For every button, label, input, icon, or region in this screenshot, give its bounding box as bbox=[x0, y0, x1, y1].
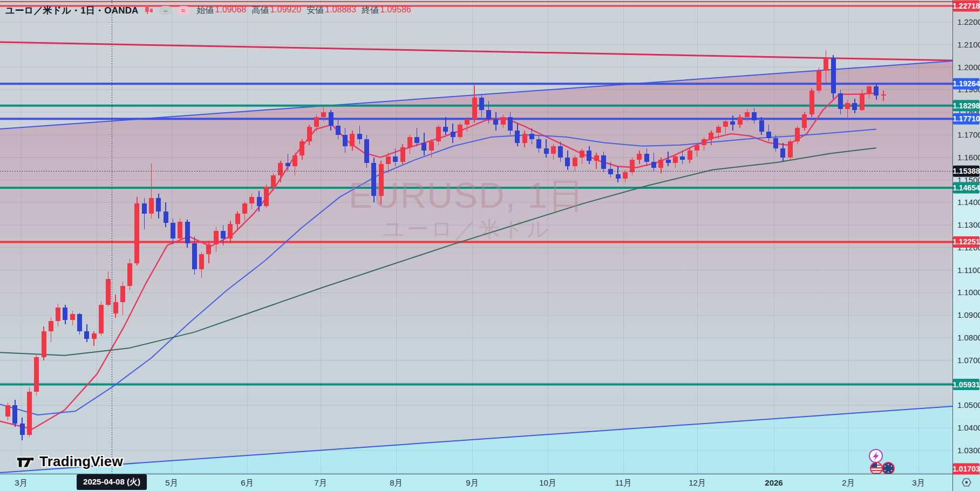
month-tick-label: 6月 bbox=[241, 478, 253, 487]
month-tick-label: 9月 bbox=[466, 478, 478, 487]
price-tick-label: 1.22000 bbox=[957, 17, 980, 26]
price-tick-label: 1.08000 bbox=[957, 333, 980, 342]
price-label-text: 1.19264 bbox=[952, 79, 980, 88]
price-tick-label: 1.04000 bbox=[957, 423, 980, 432]
tradingview-logo[interactable]: TradingView bbox=[16, 453, 123, 470]
candle-body bbox=[529, 134, 534, 139]
candle-body bbox=[666, 160, 671, 163]
month-tick-label: 5月 bbox=[165, 478, 178, 487]
candle-body bbox=[371, 163, 376, 196]
candle-body bbox=[860, 93, 865, 110]
candlestick-icon[interactable] bbox=[144, 5, 154, 16]
candle-body bbox=[357, 134, 362, 139]
candle-body bbox=[644, 154, 649, 162]
channel-pink-fill bbox=[0, 61, 952, 473]
month-tick-label: 10月 bbox=[539, 478, 556, 487]
candle-body bbox=[551, 146, 556, 154]
candle-body bbox=[845, 103, 850, 108]
candle-body bbox=[171, 223, 175, 238]
price-chart-canvas[interactable]: 1.220001.210001.200001.190001.180001.170… bbox=[0, 0, 980, 491]
eu-star bbox=[884, 470, 886, 471]
candle-body bbox=[436, 127, 441, 141]
candle-body bbox=[228, 224, 233, 238]
candle-body bbox=[544, 148, 549, 154]
candle-body bbox=[752, 112, 757, 120]
candle-body bbox=[773, 138, 778, 148]
candle-body bbox=[443, 127, 448, 131]
price-tick-label: 1.20000 bbox=[957, 63, 980, 72]
price-label-text: 1.22718 bbox=[952, 2, 980, 10]
candle-body bbox=[34, 357, 39, 392]
chart-legend: ユーロ／米ドル・1日・OANDA – ≈ 始値1.09068 高値1.09920… bbox=[5, 4, 411, 17]
candle-body bbox=[56, 308, 60, 321]
candle-body bbox=[831, 58, 836, 93]
candle-body bbox=[587, 151, 591, 161]
candle-body bbox=[637, 154, 642, 159]
candle-body bbox=[350, 134, 355, 146]
price-label-text: 1.05931 bbox=[952, 380, 980, 389]
candle-body bbox=[465, 119, 469, 125]
price-tick-label: 1.17000 bbox=[957, 130, 980, 139]
candle-body bbox=[867, 86, 872, 93]
candle-body bbox=[695, 145, 699, 151]
candle-body bbox=[285, 163, 290, 166]
candle-body bbox=[27, 392, 32, 434]
candle-body bbox=[257, 197, 262, 206]
candle-body bbox=[92, 333, 97, 339]
candle-body bbox=[12, 405, 17, 423]
approx-icon[interactable]: ≈ bbox=[177, 6, 190, 15]
candle-body bbox=[278, 163, 283, 175]
candle-body bbox=[780, 148, 785, 158]
price-tick-label: 1.09000 bbox=[957, 310, 980, 319]
settings-dot bbox=[965, 481, 968, 484]
candle-body bbox=[271, 175, 276, 187]
candle-body bbox=[300, 141, 304, 155]
low-value: 1.08883 bbox=[325, 5, 356, 16]
candle-body bbox=[601, 155, 606, 169]
eu-star bbox=[891, 466, 892, 467]
month-tick-label: 12月 bbox=[689, 478, 706, 487]
candle-body bbox=[113, 302, 118, 314]
price-label-text: 1.15388 bbox=[952, 167, 980, 175]
candle-body bbox=[321, 112, 326, 117]
candle-body bbox=[558, 146, 563, 158]
month-tick-label: 3月 bbox=[912, 478, 924, 487]
candle-body bbox=[493, 119, 498, 125]
price-tick-label: 1.05000 bbox=[957, 400, 980, 410]
eu-star bbox=[888, 464, 889, 465]
candle-body bbox=[608, 169, 613, 174]
symbol-title[interactable]: ユーロ／米ドル・1日・OANDA bbox=[5, 4, 139, 17]
minus-icon[interactable]: – bbox=[159, 6, 172, 15]
candle-body bbox=[838, 93, 843, 109]
candle-body bbox=[149, 198, 154, 214]
candle-body bbox=[508, 117, 513, 131]
candle-body bbox=[788, 141, 793, 157]
candle-body bbox=[199, 254, 204, 269]
crosshair-date-tooltip: 2025-04-08 (火) bbox=[77, 474, 147, 490]
candle-body bbox=[99, 305, 104, 333]
candle-body bbox=[536, 139, 541, 148]
candle-body bbox=[235, 214, 240, 224]
ohlc-readout: 始値1.09068 高値1.09920 安値1.08883 終値1.09586 bbox=[197, 5, 411, 16]
candle-body bbox=[730, 121, 735, 125]
candle-body bbox=[142, 203, 147, 214]
candle-body bbox=[852, 103, 857, 110]
candle-body bbox=[264, 187, 269, 206]
candle-body bbox=[214, 231, 219, 244]
price-tick-label: 1.07000 bbox=[957, 356, 980, 365]
candle-body bbox=[816, 71, 821, 91]
us-stripe bbox=[870, 470, 882, 471]
candle-body bbox=[343, 135, 348, 146]
price-label-text: 1.12251 bbox=[952, 237, 980, 246]
candle-body bbox=[63, 308, 67, 320]
month-tick-label: 2月 bbox=[842, 478, 854, 487]
candle-body bbox=[20, 424, 25, 435]
candle-body bbox=[242, 203, 247, 214]
candle-body bbox=[573, 158, 577, 167]
candle-body bbox=[134, 203, 139, 263]
price-label-text: 1.01703 bbox=[952, 465, 980, 473]
candle-body bbox=[292, 155, 297, 167]
candle-body bbox=[809, 91, 814, 114]
candle-body bbox=[745, 112, 750, 117]
candle-body bbox=[221, 231, 226, 239]
